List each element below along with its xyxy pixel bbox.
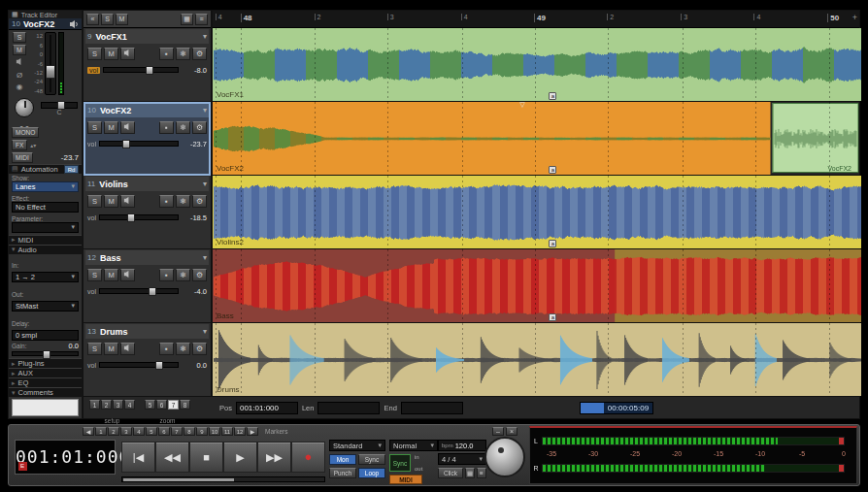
comments-box[interactable] (12, 399, 79, 416)
len-field[interactable] (317, 402, 380, 414)
track-row-header[interactable]: 13 Drums ▾ (85, 324, 209, 339)
prev-marker-button[interactable]: ◀ (83, 427, 94, 436)
marker-button[interactable]: 5 (146, 427, 157, 436)
automation-badge[interactable]: a (549, 92, 556, 100)
next-marker-button[interactable]: ▶ (247, 427, 258, 436)
marker-button[interactable]: 12 (234, 427, 246, 436)
midi-button[interactable]: MIDI (12, 152, 33, 163)
freeze-button[interactable]: ❄ (176, 121, 190, 134)
view-preset-button[interactable]: 4 (124, 400, 135, 410)
audio-clip[interactable] (213, 323, 861, 397)
jog-wheel[interactable] (484, 437, 525, 477)
timeline-lane[interactable]: Drums (213, 323, 859, 397)
add-ruler-icon[interactable]: + (852, 13, 857, 22)
sync-out-label[interactable]: out (415, 466, 422, 472)
click-button[interactable]: Click (438, 468, 463, 478)
solo-button[interactable]: S (87, 195, 102, 208)
volume-slider[interactable] (99, 362, 179, 368)
parameter-dropdown[interactable]: ▾ (12, 222, 79, 233)
grid-icon[interactable]: ▦ (465, 468, 475, 478)
plugins-section-header[interactable]: ▸ Plug-ins (9, 358, 82, 368)
timeline-lane[interactable]: Violins2a (213, 176, 859, 249)
view-preset-button[interactable]: 8 (180, 400, 190, 410)
play-button[interactable]: ▶ (223, 442, 257, 473)
timeline-lane[interactable]: Bassa (213, 249, 859, 323)
volume-slider-cap[interactable] (146, 66, 153, 75)
chevron-down-icon[interactable]: ▾ (203, 327, 207, 336)
input-dropdown[interactable]: 1 → 2 ▾ (12, 272, 79, 282)
list-menu-icon[interactable]: ≡ (195, 14, 208, 25)
gain-slider[interactable] (12, 351, 79, 357)
comments-section-header[interactable]: ▾ Comments (9, 387, 82, 397)
chevron-down-icon[interactable]: ▾ (203, 180, 207, 188)
time-ruler[interactable]: + 4482344923450 (213, 11, 859, 28)
solo-button[interactable]: S (87, 121, 102, 134)
mute-all-button[interactable]: M (116, 14, 128, 25)
output-dropdown[interactable]: StMast ▾ (12, 301, 79, 312)
midi-activity-button[interactable]: MIDI (389, 475, 422, 484)
volume-fader[interactable] (45, 32, 56, 95)
phase-icon[interactable]: Ø (17, 71, 22, 81)
eq-section-header[interactable]: ▸ EQ (9, 377, 82, 387)
mon-button[interactable]: Mon (329, 454, 356, 465)
timeline-lane[interactable]: VocFX2VocFX2▽a (213, 102, 859, 176)
show-dropdown[interactable]: Lanes ▾ (12, 181, 79, 192)
mute-button[interactable]: M (104, 343, 118, 355)
automation-read-button[interactable]: Rd (64, 165, 79, 174)
close-icon[interactable]: × (506, 427, 517, 436)
chevron-down-icon[interactable]: ▾ (203, 106, 207, 115)
delay-field[interactable]: 0 smpl (12, 330, 79, 341)
view-preset-button[interactable]: 7 (168, 400, 179, 410)
freeze-button[interactable]: ❄ (176, 343, 190, 355)
marker-button[interactable]: 3 (120, 427, 132, 436)
solo-button[interactable]: S (87, 48, 102, 60)
volume-slider-cap[interactable] (127, 213, 135, 222)
sync-source-button[interactable]: Sync (389, 454, 411, 472)
midi-section-header[interactable]: ▸ MIDI (9, 235, 82, 245)
minimize-button[interactable]: – (492, 427, 504, 436)
marker-button[interactable]: 10 (209, 427, 220, 436)
audio-clip[interactable] (213, 28, 861, 102)
stop-button[interactable]: ■ (189, 442, 223, 473)
mute-button[interactable]: M (104, 48, 118, 60)
punch-button[interactable]: Punch (329, 468, 356, 478)
freeze-button[interactable]: ❄ (176, 48, 190, 60)
track-row[interactable]: 10 VocFX2 ▾ S M ▪ ❄ ⚙ vol -23.7 (83, 102, 211, 176)
marker-button[interactable]: 1 (95, 427, 107, 436)
speaker-icon[interactable] (16, 57, 24, 69)
mute-button[interactable]: M (104, 121, 118, 134)
track-row[interactable]: 12 Bass ▾ S M ▪ ❄ ⚙ vol -4.0 (83, 249, 211, 323)
pan-knob[interactable] (15, 98, 34, 117)
transport-scrollbar[interactable] (121, 476, 325, 482)
effect-dropdown[interactable]: No Effect (12, 202, 79, 213)
end-field[interactable] (401, 402, 463, 414)
speaker-button[interactable] (120, 343, 135, 355)
interleave-icon[interactable]: ◉ (17, 82, 23, 92)
mute-button[interactable]: M (104, 269, 118, 281)
view-preset-button[interactable]: 6 (156, 400, 167, 410)
automation-badge[interactable]: a (549, 240, 556, 247)
audio-clip[interactable] (213, 249, 861, 323)
pan-slider[interactable] (41, 102, 78, 109)
freeze-button[interactable]: ❄ (176, 269, 190, 281)
view-preset-button[interactable]: 5 (145, 400, 155, 410)
volume-slider-cap[interactable] (149, 287, 156, 296)
rtz-button[interactable]: |◀ (121, 442, 155, 473)
chevron-down-icon[interactable]: ▾ (203, 32, 207, 41)
solo-button[interactable]: S (87, 343, 102, 355)
chevron-down-icon[interactable]: ▾ (203, 253, 207, 262)
marker-button[interactable]: 9 (196, 427, 208, 436)
fx-bin-button[interactable]: ▪ (159, 121, 174, 134)
rewind-button[interactable]: ◀◀ (155, 442, 189, 473)
marker-button[interactable]: 7 (171, 427, 183, 436)
loop-button[interactable]: Loop (358, 468, 385, 478)
collapse-button[interactable]: « (86, 14, 99, 25)
pos-field[interactable]: 001:01:000 (236, 402, 298, 414)
automation-badge[interactable]: a (549, 313, 556, 321)
volume-slider[interactable] (103, 67, 179, 73)
view-preset-button[interactable]: 1 (89, 400, 100, 410)
gain-slider-cap[interactable] (43, 350, 50, 359)
solo-button[interactable]: S (13, 32, 26, 43)
record-button[interactable]: ● (291, 442, 325, 473)
marker-button[interactable]: 8 (184, 427, 195, 436)
